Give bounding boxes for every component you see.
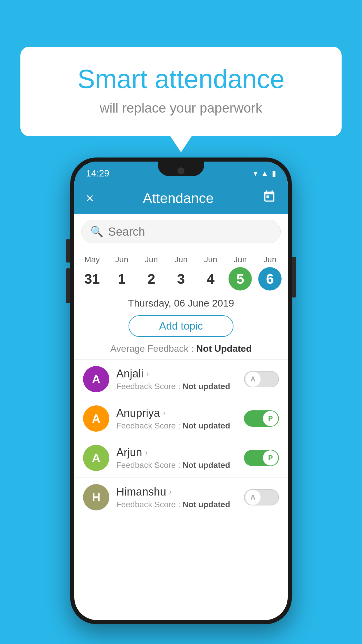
student-info: Arjun ›Feedback Score : Not updated <box>116 446 237 470</box>
close-button[interactable]: × <box>86 190 94 206</box>
toggle-knob: P <box>263 450 278 466</box>
cal-month-label: Jun <box>115 255 128 264</box>
cal-date-number[interactable]: 3 <box>169 267 193 290</box>
status-icons: ▾ ▲ ▮ <box>254 169 276 178</box>
calendar-day[interactable]: Jun1 <box>109 255 135 290</box>
app-bar: × Attendance <box>74 182 288 214</box>
search-icon: 🔍 <box>90 225 103 238</box>
cal-month-label: Jun <box>204 255 217 264</box>
status-time: 14:29 <box>86 168 109 179</box>
avatar: H <box>83 484 109 510</box>
calendar-day[interactable]: Jun5 <box>227 255 253 290</box>
cal-date-number[interactable]: 5 <box>229 267 252 290</box>
cal-date-number[interactable]: 2 <box>140 267 163 290</box>
chevron-right-icon: › <box>163 408 166 418</box>
student-info: Himanshu ›Feedback Score : Not updated <box>116 486 237 509</box>
toggle-knob: P <box>263 411 278 426</box>
avatar: A <box>83 366 109 392</box>
phone-mockup: 14:29 ▾ ▲ ▮ × Attendance <box>70 158 292 624</box>
volume-down-button <box>66 268 70 303</box>
phone-camera <box>178 167 184 174</box>
search-input[interactable] <box>108 225 272 238</box>
feedback-score: Feedback Score : Not updated <box>116 461 237 470</box>
bubble-title: Smart attendance <box>44 64 318 94</box>
student-item[interactable]: AAnupriya ›Feedback Score : Not updatedP <box>74 399 288 438</box>
student-name: Anjali › <box>116 368 237 380</box>
speech-bubble: Smart attendance will replace your paper… <box>20 47 342 136</box>
avg-feedback-value: Not Updated <box>196 343 252 354</box>
calendar-day[interactable]: Jun3 <box>168 255 194 290</box>
add-topic-label: Add topic <box>159 320 203 332</box>
cal-month-label: Jun <box>263 255 276 264</box>
phone-notch <box>158 162 204 176</box>
calendar-icon[interactable] <box>263 190 276 206</box>
screen-content: 🔍 May31Jun1Jun2Jun3Jun4Jun5Jun6 Thursday… <box>74 214 288 620</box>
cal-date-number[interactable]: 31 <box>80 267 104 290</box>
speech-bubble-container: Smart attendance will replace your paper… <box>20 47 342 136</box>
attendance-toggle[interactable]: P <box>244 450 279 466</box>
calendar-row: May31Jun1Jun2Jun3Jun4Jun5Jun6 <box>74 249 288 293</box>
cal-date-number[interactable]: 1 <box>110 267 133 290</box>
average-feedback: Average Feedback : Not Updated <box>74 340 288 359</box>
student-name: Anupriya › <box>116 407 237 419</box>
phone-screen: 14:29 ▾ ▲ ▮ × Attendance <box>74 162 288 620</box>
calendar-day[interactable]: Jun6 <box>257 255 283 290</box>
bubble-subtitle: will replace your paperwork <box>44 100 318 116</box>
selected-date-label: Thursday, 06 June 2019 <box>74 293 288 312</box>
battery-icon: ▮ <box>272 169 276 178</box>
chevron-right-icon: › <box>169 487 172 496</box>
cal-month-label: May <box>84 255 100 264</box>
attendance-toggle[interactable]: A <box>244 371 279 387</box>
search-bar[interactable]: 🔍 <box>81 220 281 243</box>
volume-up-button <box>66 239 70 262</box>
add-topic-button[interactable]: Add topic <box>129 315 233 337</box>
signal-icon: ▲ <box>261 169 268 178</box>
calendar-day[interactable]: May31 <box>79 255 105 290</box>
student-item[interactable]: AArjun ›Feedback Score : Not updatedP <box>74 438 288 477</box>
student-info: Anjali ›Feedback Score : Not updated <box>116 368 237 391</box>
cal-month-label: Jun <box>234 255 247 264</box>
attendance-toggle[interactable]: A <box>244 489 279 505</box>
student-item[interactable]: HHimanshu ›Feedback Score : Not updatedA <box>74 477 288 517</box>
cal-month-label: Jun <box>174 255 187 264</box>
avg-feedback-label: Average Feedback : <box>110 343 194 354</box>
calendar-day[interactable]: Jun2 <box>138 255 164 290</box>
power-button <box>292 257 296 298</box>
avatar: A <box>83 445 109 471</box>
student-name: Himanshu › <box>116 486 237 498</box>
toggle-knob: A <box>245 490 261 505</box>
calendar-day[interactable]: Jun4 <box>198 255 224 290</box>
student-name: Arjun › <box>116 446 237 459</box>
feedback-score: Feedback Score : Not updated <box>116 382 237 391</box>
attendance-toggle[interactable]: P <box>244 410 279 427</box>
chevron-right-icon: › <box>146 369 149 378</box>
cal-date-number[interactable]: 6 <box>258 267 282 290</box>
cal-date-number[interactable]: 4 <box>199 267 222 290</box>
phone-frame: 14:29 ▾ ▲ ▮ × Attendance <box>70 158 292 624</box>
wifi-icon: ▾ <box>254 169 257 178</box>
feedback-score: Feedback Score : Not updated <box>116 500 237 509</box>
student-info: Anupriya ›Feedback Score : Not updated <box>116 407 237 430</box>
avatar: A <box>83 405 109 432</box>
student-item[interactable]: AAnjali ›Feedback Score : Not updatedA <box>74 359 288 399</box>
chevron-right-icon: › <box>145 448 148 457</box>
cal-month-label: Jun <box>145 255 158 264</box>
toggle-knob: A <box>245 372 261 387</box>
app-bar-title: Attendance <box>143 190 214 206</box>
feedback-score: Feedback Score : Not updated <box>116 421 237 430</box>
student-list: AAnjali ›Feedback Score : Not updatedAAA… <box>74 359 288 517</box>
